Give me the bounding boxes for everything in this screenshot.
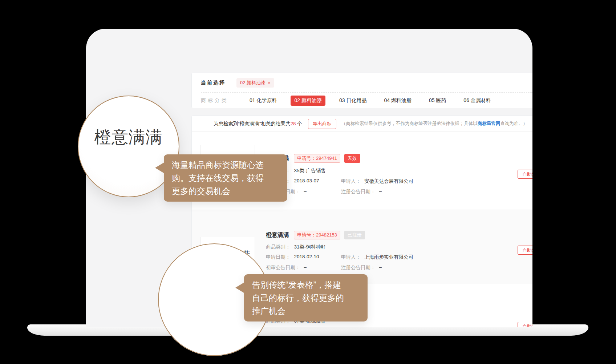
results-count: 28 [291,121,296,126]
tooltip-promotion: 告别传统“发表格”，搭建 自己的标行，获得更多的 推广机会 [244,274,368,321]
category-chip-06[interactable]: 06 金属材料 [460,96,494,106]
category-label: 商品类别： [266,244,291,250]
first-pub-label: 初审公告日期： [266,264,300,271]
trademark-name: 橙意满满 [266,231,289,239]
status-badge: 已注册 [344,231,365,239]
category-chip-04[interactable]: 04 燃料油脂 [380,96,415,106]
self-register-button[interactable]: 自助注册 [518,170,532,179]
self-register-button[interactable]: 自助注册 [518,322,532,327]
category-list: 01 化学原料 02 颜料油漆 03 日化用品 04 燃料油脂 05 医药 06… [246,96,495,106]
status-badge: 无效 [344,154,360,163]
category-chip-01[interactable]: 01 化学原料 [246,96,280,106]
application-number-badge: 申请号：29482153 [294,231,340,239]
application-number-badge: 申请号：29474941 [294,154,340,163]
category-chip-03[interactable]: 03 日化用品 [336,96,370,106]
category-chip-05[interactable]: 05 医药 [425,96,450,106]
tooltip-arrow [155,162,164,173]
results-disclaimer: （商标检索结果仅供参考，不作为商标能否注册的法律依据；具体以商标局官网查询为准。… [341,121,528,127]
filter-panel: 当前选择 02 颜料油漆 × 全部清除 商标分类 01 化学原料 02 颜料油漆… [191,73,532,108]
applicant-value: 上海雨步实业有限公司 [364,254,413,260]
export-trademark-button[interactable]: 导出商标 [308,119,336,129]
applicant-label: 申请人： [341,178,361,185]
trademark-office-link[interactable]: 商标局官网 [478,121,500,126]
date-value: 2018-02-10 [294,254,319,260]
applicant-label: 申请人： [341,254,361,260]
date-value: 2018-03-07 [294,178,319,185]
selected-filter-tag-text: 02 颜料油漆 [240,80,266,86]
category-row-label: 商标分类 [201,97,228,104]
reg-pub-label: 注册公告日期： [341,189,376,195]
current-selection-row: 当前选择 02 颜料油漆 × 全部清除 [201,73,532,92]
results-summary: 为您检索到“橙意满满”相关的结果共28 个 [214,121,302,127]
row-title-line: 橙意满满 申请号：29482153 已注册 [266,231,365,239]
category-value: 31类-饲料种籽 [294,244,326,250]
tooltip-trade-resources: 海量精品商标资源随心选 购。支持在线交易，获得 更多的交易机会 [164,154,287,202]
reg-pub-label: 注册公告日期： [341,264,376,271]
self-register-button[interactable]: 自助注册 [518,246,532,255]
page: 当前选择 02 颜料油漆 × 全部清除 商标分类 01 化学原料 02 颜料油漆… [0,0,616,364]
current-selection-label: 当前选择 [201,80,226,86]
category-value: 35类-广告销售 [294,167,326,174]
category-chip-02-active[interactable]: 02 颜料油漆 [291,96,325,106]
selected-filter-tag[interactable]: 02 颜料油漆 × [236,78,274,88]
tooltip-arrow [235,282,244,293]
results-summary-text: 为您检索到“橙意满满”相关的结果共 [214,121,291,126]
applicant-value: 安徽美达会展有限公司 [364,178,413,185]
category-row: 商标分类 01 化学原料 02 颜料油漆 03 日化用品 04 燃料油脂 05 … [201,92,532,109]
magnified-trademark-text: 橙意满满 [94,126,163,149]
results-header: 为您检索到“橙意满满”相关的结果共28 个 导出商标 （商标检索结果仅供参考，不… [192,116,532,132]
close-icon[interactable]: × [268,80,271,85]
date-label: 申请日期： [266,254,291,260]
